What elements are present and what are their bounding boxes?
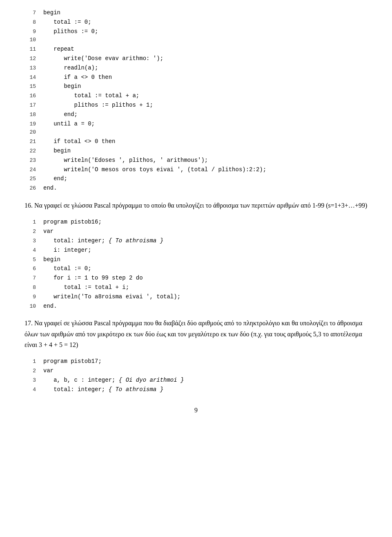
- code-line: 4 i: integer;: [24, 246, 368, 255]
- line-content: end.: [43, 183, 57, 192]
- code-line: 14 if a <> 0 then: [24, 73, 368, 82]
- code-line: 1program pistob17;: [24, 357, 368, 366]
- line-number: 6: [24, 265, 36, 273]
- line-content: total: integer; { To athroisma }: [43, 385, 163, 394]
- line-content: program pistob17;: [43, 357, 102, 366]
- line-content: readln(a);: [43, 63, 98, 72]
- line-content: if total <> 0 then: [43, 137, 115, 146]
- code-line: 13 readln(a);: [24, 63, 368, 73]
- line-number: 20: [24, 128, 36, 137]
- code-line: 5begin: [24, 255, 368, 264]
- line-number: 1: [24, 218, 36, 227]
- problem16-heading: 16. Να γραφεί σε γλώσσα Pascal πρόγραμμα…: [24, 200, 368, 211]
- line-content: a, b, c : integer; { Oi dyo arithmoi }: [43, 376, 184, 385]
- line-number: 18: [24, 111, 36, 119]
- code-line: 7 for i := 1 to 99 step 2 do: [24, 273, 368, 283]
- problem16-code-block: 1program pistob16;2var3 total: integer; …: [24, 217, 368, 311]
- code-line: 19 until a = 0;: [24, 119, 368, 129]
- code-line: 26end.: [24, 183, 368, 193]
- problem16-heading-text: 16. Να γραφεί σε γλώσσα Pascal πρόγραμμα…: [24, 202, 367, 209]
- line-number: 10: [24, 36, 36, 45]
- line-content: begin: [43, 8, 60, 17]
- code-line: 6 total := 0;: [24, 264, 368, 273]
- line-number: 3: [24, 376, 36, 385]
- line-content: var: [43, 366, 53, 375]
- line-number: 15: [24, 83, 36, 91]
- code-line: 2var: [24, 227, 368, 236]
- line-content: begin: [43, 255, 60, 264]
- line-number: 21: [24, 138, 36, 146]
- page-number-value: 9: [194, 407, 198, 414]
- line-number: 14: [24, 74, 36, 82]
- line-content: total := total + i;: [43, 283, 129, 292]
- line-content: writeln('O mesos oros toys eivai ', (tot…: [43, 165, 266, 174]
- line-content: end;: [43, 110, 78, 119]
- problem17-heading-text: 17. Να γραφεί σε γλώσσα Pascal πρόγραμμα…: [24, 320, 362, 348]
- top-code-block: 7begin8 total := 0;9 plithos := 0;1011 r…: [24, 8, 368, 193]
- code-line: 10: [24, 36, 368, 45]
- line-number: 7: [24, 9, 36, 18]
- line-content: var: [43, 227, 53, 236]
- line-content: i: integer;: [43, 246, 91, 255]
- line-number: 11: [24, 45, 36, 54]
- line-content: total := 0;: [43, 18, 91, 27]
- line-number: 25: [24, 175, 36, 183]
- line-number: 2: [24, 228, 36, 236]
- code-line: 23 writeln('Edoses ', plithos, ' arithmo…: [24, 156, 368, 165]
- code-line: 21 if total <> 0 then: [24, 137, 368, 146]
- code-line: 9 writeln('To a8roisma eivai ', total);: [24, 292, 368, 302]
- line-number: 19: [24, 120, 36, 129]
- line-number: 10: [24, 302, 36, 311]
- code-line: 4 total: integer; { To athroisma }: [24, 385, 368, 394]
- line-content: end;: [43, 174, 67, 183]
- line-content: writeln('Edoses ', plithos, ' arithmous'…: [43, 156, 208, 165]
- code-line: 22 begin: [24, 146, 368, 156]
- line-content: for i := 1 to 99 step 2 do: [43, 273, 143, 282]
- line-number: 8: [24, 284, 36, 292]
- code-line: 24 writeln('O mesos oros toys eivai ', (…: [24, 165, 368, 175]
- line-number: 8: [24, 18, 36, 27]
- line-content: begin: [43, 82, 81, 91]
- problem17-code-block: 1program pistob17;2var3 a, b, c : intege…: [24, 357, 368, 394]
- line-number: 13: [24, 64, 36, 73]
- line-number: 9: [24, 28, 36, 36]
- code-line: 20: [24, 128, 368, 137]
- code-line: 7begin: [24, 8, 368, 18]
- line-number: 1: [24, 358, 36, 366]
- code-line: 8 total := 0;: [24, 18, 368, 27]
- line-content: write('Dose evav arithmo: ');: [43, 54, 163, 63]
- line-number: 12: [24, 55, 36, 63]
- line-content: repeat: [43, 45, 74, 54]
- line-number: 3: [24, 237, 36, 246]
- line-content: if a <> 0 then: [43, 73, 112, 82]
- line-number: 4: [24, 246, 36, 255]
- line-number: 23: [24, 157, 36, 165]
- code-line: 11 repeat: [24, 45, 368, 54]
- code-line: 2var: [24, 366, 368, 376]
- line-content: total: integer; { To athroisma }: [43, 236, 163, 245]
- line-number: 5: [24, 256, 36, 264]
- code-line: 17 plithos := plithos + 1;: [24, 101, 368, 110]
- line-content: writeln('To a8roisma eivai ', total);: [43, 292, 180, 301]
- code-line: 12 write('Dose evav arithmo: ');: [24, 54, 368, 63]
- line-number: 7: [24, 274, 36, 283]
- line-number: 4: [24, 386, 36, 394]
- code-line: 3 a, b, c : integer; { Oi dyo arithmoi }: [24, 376, 368, 385]
- code-line: 16 total := total + a;: [24, 91, 368, 101]
- problem17-heading: 17. Να γραφεί σε γλώσσα Pascal πρόγραμμα…: [24, 318, 368, 350]
- line-number: 26: [24, 184, 36, 193]
- line-content: total := 0;: [43, 264, 91, 273]
- code-line: 18 end;: [24, 110, 368, 119]
- code-line: 25 end;: [24, 174, 368, 183]
- code-line: 9 plithos := 0;: [24, 27, 368, 36]
- code-line: 15 begin: [24, 82, 368, 91]
- line-content: total := total + a;: [43, 91, 139, 100]
- code-line: 10end.: [24, 302, 368, 311]
- page-number: 9: [24, 407, 368, 414]
- line-content: until a = 0;: [43, 119, 95, 128]
- line-content: plithos := plithos + 1;: [43, 101, 153, 110]
- line-number: 17: [24, 101, 36, 110]
- line-content: end.: [43, 302, 57, 311]
- line-number: 9: [24, 293, 36, 302]
- line-number: 2: [24, 367, 36, 376]
